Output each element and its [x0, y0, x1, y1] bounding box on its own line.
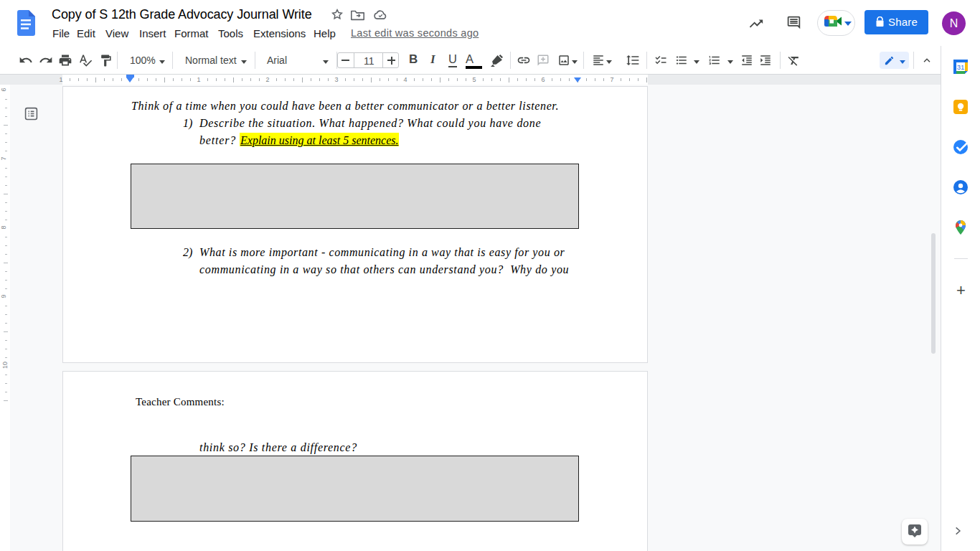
svg-text:31: 31: [957, 63, 965, 71]
